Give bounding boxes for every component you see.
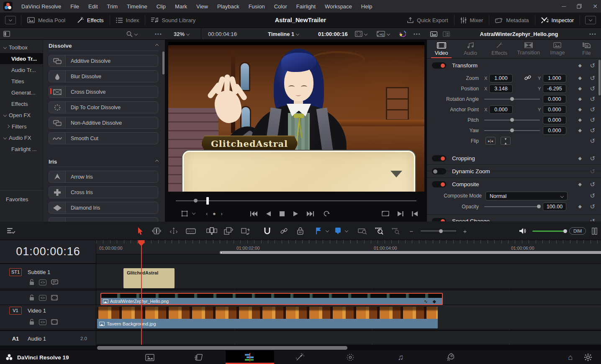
menu-help[interactable]: Help: [357, 0, 377, 13]
lock-icon[interactable]: [29, 319, 34, 325]
clip-view-icon[interactable]: [51, 295, 58, 300]
flip-horizontal-button[interactable]: ▸|◂: [485, 137, 496, 145]
pitch-field[interactable]: 0.000: [543, 116, 566, 124]
opacity-slider[interactable]: [484, 206, 540, 207]
dynamic-zoom-toggle[interactable]: [432, 168, 446, 174]
yaw-slider[interactable]: [484, 130, 540, 131]
reset-icon[interactable]: ↺: [590, 62, 595, 69]
razor-tool-icon[interactable]: [184, 222, 198, 240]
tab-image[interactable]: Image: [543, 40, 572, 58]
single-viewer-icon[interactable]: [430, 28, 437, 40]
insert-clip-icon[interactable]: [205, 222, 218, 240]
index-button[interactable]: Index: [110, 13, 145, 28]
fx-item-blur-dissolve[interactable]: Blur Dissolve: [49, 70, 158, 82]
viewer-options-ellipsis-icon[interactable]: •••: [414, 28, 421, 40]
keyframe-diamond-icon[interactable]: ◆: [433, 299, 436, 304]
search-chevron-icon[interactable]: [134, 32, 138, 36]
flip-vertical-button[interactable]: ▾▴: [501, 137, 511, 145]
sidebar-item-audio-transitions[interactable]: Audio Tr...: [0, 64, 43, 75]
effects-scrollbar[interactable]: [162, 51, 164, 74]
home-icon[interactable]: ⌂: [568, 353, 573, 362]
zoom-custom-icon[interactable]: [389, 222, 403, 240]
clip-astralwinterzephyr[interactable]: AstralWinterZephyr_Hello.png ∿ ◆: [100, 293, 443, 305]
trim-edit-mode-icon[interactable]: [150, 222, 163, 240]
timeline-view-options-icon[interactable]: [4, 222, 18, 240]
keyframe-diamond-icon[interactable]: ◆: [578, 182, 582, 187]
minimize-icon[interactable]: ─: [562, 3, 566, 10]
flag-icon[interactable]: [313, 222, 324, 240]
overwrite-clip-icon[interactable]: [222, 222, 235, 240]
transform-toggle[interactable]: [432, 62, 446, 69]
next-edit-icon[interactable]: [398, 211, 403, 216]
zoom-y-field[interactable]: 1.000: [543, 74, 566, 82]
keyframe-diamond-icon[interactable]: ◆: [578, 156, 582, 161]
zoom-full-extent-icon[interactable]: [356, 222, 369, 240]
track-header-audio1[interactable]: A1 Audio 1 2.0: [0, 333, 96, 344]
reset-icon[interactable]: ↺: [590, 168, 595, 174]
timeline-select[interactable]: Timeline 1: [268, 28, 299, 40]
lock-icon[interactable]: [29, 279, 34, 285]
video-canvas[interactable]: GlitchedAstral: [168, 42, 424, 192]
menu-fairlight[interactable]: Fairlight: [292, 0, 320, 13]
reset-icon[interactable]: ↺: [590, 75, 595, 81]
pitch-slider[interactable]: [484, 120, 540, 120]
tab-audio[interactable]: Audio: [456, 40, 485, 58]
tab-effects[interactable]: Effects: [485, 40, 514, 58]
fusion-page-button[interactable]: [276, 351, 324, 364]
auto-select-icon[interactable]: <>: [39, 319, 46, 325]
speaker-icon[interactable]: [517, 222, 528, 240]
tab-transition[interactable]: Transition: [514, 40, 543, 58]
scrub-playhead[interactable]: [206, 197, 209, 205]
menu-file[interactable]: File: [66, 0, 84, 13]
viewer-overlay-select[interactable]: [181, 210, 189, 217]
sidebar-item-effects[interactable]: Effects: [0, 98, 43, 109]
reset-icon[interactable]: ↺: [590, 117, 595, 123]
flag-chevron-icon[interactable]: [324, 222, 331, 240]
edit-page-button[interactable]: [226, 351, 274, 364]
menu-timeline[interactable]: Timeline: [122, 0, 152, 13]
position-y-field[interactable]: -6.295: [543, 85, 566, 93]
jump-end-button[interactable]: [307, 211, 314, 216]
sound-library-button[interactable]: Sound Library: [145, 13, 201, 28]
effects-button[interactable]: Effects: [71, 13, 110, 28]
timeline-horizontal-scrollbar[interactable]: [96, 345, 601, 350]
effects-search[interactable]: [126, 28, 137, 40]
keyframe-diamond-icon[interactable]: ◆: [578, 86, 582, 91]
tab-video[interactable]: Video: [427, 40, 456, 58]
marker-chevron-icon[interactable]: [343, 222, 350, 240]
subtitle-format-icon[interactable]: [51, 279, 58, 285]
fx-item-partial[interactable]: [49, 217, 158, 222]
menu-mark[interactable]: Mark: [170, 0, 192, 13]
reset-icon[interactable]: ↺: [590, 192, 595, 199]
anchor-x-field[interactable]: 0.000: [489, 105, 513, 114]
sidebar-item-favorites[interactable]: Favorites: [0, 194, 43, 205]
keyframe-diamond-icon[interactable]: ◆: [578, 117, 582, 123]
section-header-iris[interactable]: Iris: [49, 157, 158, 166]
replace-clip-icon[interactable]: [239, 222, 252, 240]
loop-button[interactable]: [323, 210, 330, 217]
keyframe-diamond-icon[interactable]: ◆: [578, 75, 582, 81]
snapping-magnet-icon[interactable]: [260, 222, 274, 240]
cut-page-button[interactable]: [175, 351, 224, 364]
sidebar-group-openfx[interactable]: Open FX: [0, 110, 43, 120]
dim-button[interactable]: DIM: [568, 222, 587, 240]
timeline-zoom-slider[interactable]: [419, 222, 458, 240]
menu-trim[interactable]: Trim: [103, 0, 123, 13]
panel-expand-chevron-icon[interactable]: [5, 16, 16, 24]
keyframe-diamond-icon[interactable]: ◆: [578, 128, 582, 133]
position-x-field[interactable]: 3.148: [489, 85, 513, 93]
menu-clip[interactable]: Clip: [152, 0, 170, 13]
fx-item-cross-iris[interactable]: Cross Iris: [49, 186, 158, 198]
reset-icon[interactable]: ↺: [590, 155, 595, 161]
clip-glitchedastral-subtitle[interactable]: GlitchedAstral: [123, 268, 175, 288]
media-pool-button[interactable]: Media Pool: [21, 13, 71, 28]
menu-edit[interactable]: Edit: [84, 0, 102, 13]
reset-icon[interactable]: ↺: [590, 138, 595, 144]
fx-item-non-additive-dissolve[interactable]: Non-Additive Dissolve: [49, 117, 158, 129]
fx-item-cross-dissolve[interactable]: Cross Dissolve: [49, 86, 158, 98]
preview-marks[interactable]: ‹ ● ›: [206, 210, 224, 217]
color-page-button[interactable]: [326, 351, 375, 364]
close-icon[interactable]: ✕: [593, 3, 598, 10]
track-header-video1[interactable]: V1 Video 1: [0, 305, 96, 316]
fx-item-smooth-cut[interactable]: Smooth Cut: [49, 132, 158, 144]
